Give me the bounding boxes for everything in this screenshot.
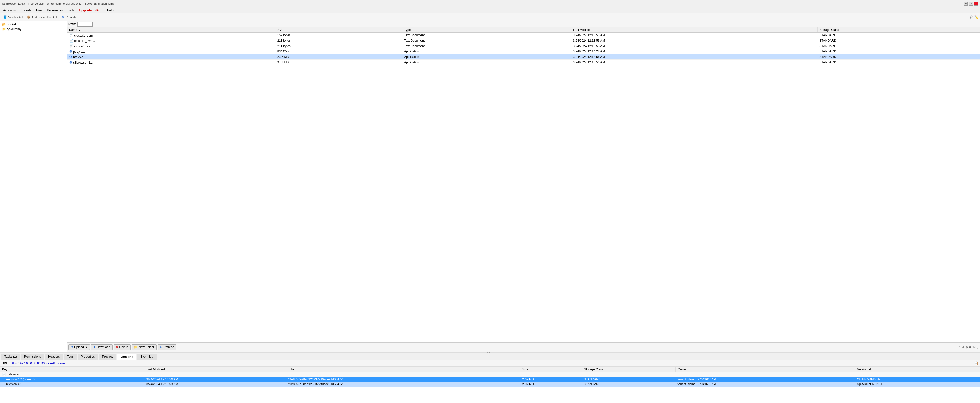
table-row[interactable]: ⚙ putty.exe 834.05 KB Application 3/24/2… [67, 49, 980, 54]
new-bucket-icon: 🪣 [3, 15, 7, 19]
new-bucket-button[interactable]: 🪣 New bucket [2, 15, 24, 20]
tab-headers[interactable]: Headers [45, 354, 63, 360]
version-modified-cell: 3/24/2024 12:14:56 AM [144, 377, 286, 382]
file-modified-cell: 3/24/2024 12:13:53 AM [571, 43, 817, 49]
new-folder-icon: 📁 [134, 345, 138, 349]
file-name-cell: 📄 cluster1_svm... [67, 38, 275, 43]
file-type-cell: Application [402, 49, 571, 54]
file-modified-cell: 3/24/2024 12:14:28 AM [571, 49, 817, 54]
title-controls: ─ □ ✕ [964, 2, 978, 6]
col-header-storage[interactable]: Storage Class [817, 27, 980, 33]
toolbar-refresh-icon: ↻ [61, 15, 65, 19]
maximize-button[interactable]: □ [969, 2, 973, 6]
minimize-button[interactable]: ─ [964, 2, 968, 6]
refresh-button[interactable]: ↻ Refresh [158, 344, 177, 350]
version-storage-cell: STANDARD [582, 382, 675, 387]
delete-button[interactable]: ✕ Delete [113, 344, 130, 350]
star-icon[interactable]: ☆ [969, 15, 973, 19]
tab-permissions[interactable]: Permissions [21, 354, 44, 360]
versions-table-body: 📄 hfs.exe revision # 2 (current) 3/24/20… [0, 372, 980, 387]
col-header-size[interactable]: Size [275, 27, 402, 33]
copy-url-icon[interactable]: 📋 [974, 361, 978, 365]
menu-bookmarks[interactable]: Bookmarks [45, 8, 65, 13]
versions-col-size[interactable]: Size [520, 367, 582, 372]
list-item[interactable]: revision # 2 (current) 3/24/2024 12:14:5… [0, 377, 980, 382]
tab-event-log[interactable]: Event log [137, 354, 157, 360]
tab-versions[interactable]: Versions [117, 354, 137, 360]
tab-tasks[interactable]: Tasks (1) [1, 354, 20, 360]
table-row[interactable]: 📄 cluster1_svm... 211 bytes Text Documen… [67, 38, 980, 43]
url-value[interactable]: http://192.168.0.80:8080/bucket/hfs.exe [11, 362, 65, 365]
path-bar: Path: [67, 21, 980, 27]
menu-upgrade[interactable]: Upgrade to Pro! [77, 8, 105, 13]
versions-group-header-label: 📄 hfs.exe [0, 372, 980, 377]
file-size-cell: 834.05 KB [275, 49, 402, 54]
bucket-folder-icon: 📂 [2, 23, 6, 26]
versions-col-versionid[interactable]: Version Id [855, 367, 980, 372]
file-storage-cell: STANDARD [817, 38, 980, 43]
versions-col-storage[interactable]: Storage Class [582, 367, 675, 372]
toolbar-refresh-button[interactable]: ↻ Refresh [59, 15, 78, 20]
menu-help[interactable]: Help [105, 8, 116, 13]
new-folder-button[interactable]: 📁 New Folder [132, 344, 157, 350]
path-input[interactable] [77, 22, 93, 27]
file-modified-cell: 3/24/2024 12:13:53 AM [571, 33, 817, 38]
tree-item-bucket[interactable]: 📂 bucket [1, 22, 66, 27]
table-row[interactable]: 📄 cluster1_svm... 211 bytes Text Documen… [67, 43, 980, 49]
file-name-cell: ⚙ hfs.exe [67, 54, 275, 60]
tabs-bar: Tasks (1) Permissions Headers Tags Prope… [0, 353, 980, 360]
file-type-cell: Text Document [402, 38, 571, 43]
table-row[interactable]: 📄 cluster1_dem... 157 bytes Text Documen… [67, 33, 980, 38]
col-header-type[interactable]: Type [402, 27, 571, 33]
right-panel: Path: Name ▲ Size Type Last Modified Sto… [67, 21, 980, 352]
file-storage-cell: STANDARD [817, 60, 980, 65]
versions-col-key[interactable]: Key [0, 367, 144, 372]
sg-dummy-folder-icon: 📁 [2, 27, 6, 31]
file-action-toolbar: ⬆ Upload ▼ ⬇ Download ✕ Delete 📁 New Fol… [67, 342, 980, 352]
file-type-cell: Text Document [402, 43, 571, 49]
title-text: S3 Browser 11.6.7 - Free Version (for no… [2, 2, 115, 5]
menu-tools[interactable]: Tools [65, 8, 76, 13]
table-row[interactable]: ⚙ hfs.exe 2.07 MB Application 3/24/2024 … [67, 54, 980, 60]
download-button[interactable]: ⬇ Download [91, 344, 113, 350]
version-owner-cell: tenant_demo (27041610751... [675, 377, 855, 382]
tree-item-bucket-label: bucket [7, 23, 16, 26]
file-size-cell: 9.58 MB [275, 60, 402, 65]
upload-button[interactable]: ⬆ Upload ▼ [68, 344, 90, 350]
menu-bar: Accounts Buckets Files Bookmarks Tools U… [0, 7, 980, 13]
tab-preview[interactable]: Preview [99, 354, 116, 360]
versions-table: Key Last Modified ETag Size Storage Clas… [0, 367, 980, 387]
add-external-bucket-button[interactable]: 📦 Add external bucket [25, 15, 58, 20]
menu-buckets[interactable]: Buckets [18, 8, 33, 13]
col-header-name[interactable]: Name ▲ [67, 27, 275, 33]
file-size-cell: 211 bytes [275, 43, 402, 49]
version-key-cell: revision # 2 (current) [0, 377, 144, 382]
main-layout: 📂 bucket 📁 sg-dummy Path: Name ▲ [0, 21, 980, 352]
tree-item-sg-dummy[interactable]: 📁 sg-dummy [1, 27, 66, 32]
file-storage-cell: STANDARD [817, 43, 980, 49]
versions-col-etag[interactable]: ETag [286, 367, 520, 372]
versions-group-header: 📄 hfs.exe [0, 372, 980, 377]
versions-col-owner[interactable]: Owner [675, 367, 855, 372]
tab-tags[interactable]: Tags [64, 354, 77, 360]
close-button[interactable]: ✕ [974, 2, 978, 6]
list-item[interactable]: revision # 1 3/24/2024 12:13:53 AM "9e85… [0, 382, 980, 387]
version-storage-cell: STANDARD [582, 377, 675, 382]
versions-col-modified[interactable]: Last Modified [144, 367, 286, 372]
add-external-icon: 📦 [27, 15, 31, 19]
tab-properties[interactable]: Properties [78, 354, 99, 360]
table-row[interactable]: ⚙ s3browser-11... 9.58 MB Application 3/… [67, 60, 980, 65]
file-status-text: 1 file (2.07 MB) [959, 346, 978, 349]
menu-files[interactable]: Files [34, 8, 45, 13]
version-id-cell: NjU5RDhCNDltRT... [855, 382, 980, 387]
col-header-modified[interactable]: Last Modified [571, 27, 817, 33]
file-icon-0: 📄 [69, 33, 73, 37]
menu-accounts[interactable]: Accounts [1, 8, 18, 13]
file-storage-cell: STANDARD [817, 54, 980, 60]
upload-dropdown-arrow[interactable]: ▼ [85, 346, 88, 349]
file-type-cell: Application [402, 54, 571, 60]
tree-panel: 📂 bucket 📁 sg-dummy [0, 21, 67, 352]
edit-icon[interactable]: ✏️ [974, 15, 978, 19]
file-storage-cell: STANDARD [817, 33, 980, 38]
file-type-cell: Application [402, 60, 571, 65]
